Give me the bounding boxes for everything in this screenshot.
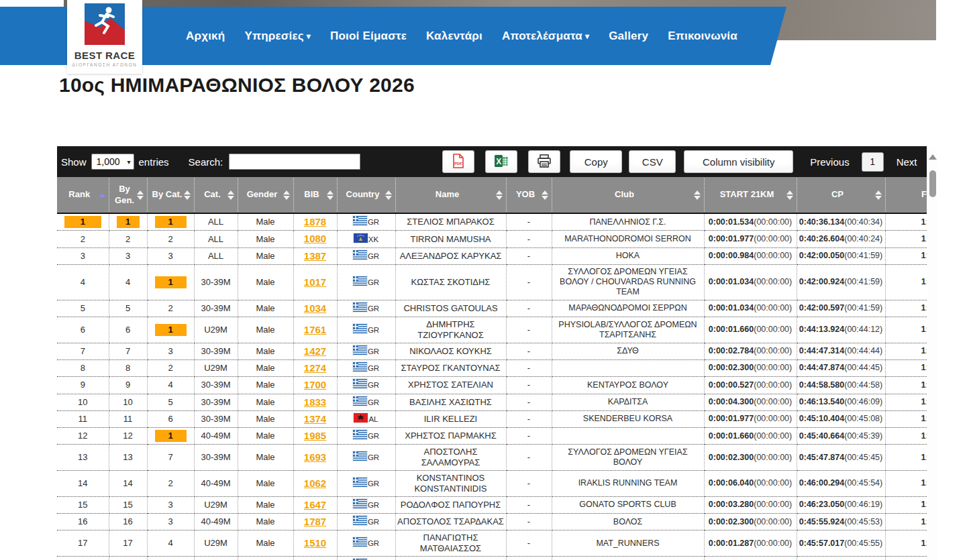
- cell-start-21km: 0:00:01.977(00:00:00): [704, 231, 797, 247]
- bib-link[interactable]: 1510: [304, 537, 326, 549]
- best-race-logo[interactable]: BEST RACE ΔΙΟΡΓΑΝΩΣΗ ΑΓΩΝΩΝ: [67, 0, 142, 74]
- cell-yob: -: [506, 359, 552, 376]
- cell-by-cat: 3: [147, 343, 194, 359]
- cell-yob: -: [506, 410, 552, 427]
- bib-link[interactable]: 1787: [304, 516, 326, 527]
- cell-finish: 1:11:12.6: [885, 231, 927, 247]
- bib-link[interactable]: 1700: [304, 379, 326, 390]
- results-table-widget: Show 1,000 ▾ entries Search: PDF X: [57, 146, 927, 560]
- nav-item[interactable]: Αποτελέσματα▾: [502, 30, 589, 43]
- col-header-name[interactable]: Name: [395, 177, 506, 213]
- cell-cp: 0:44:47.314(00:44:44): [797, 343, 885, 359]
- cell-yob: -: [506, 496, 552, 513]
- col-header-rank[interactable]: Rank: [57, 177, 109, 213]
- cell-name: ΧΡΗΣΤΟΣ ΠΑΡΜΑΚΗΣ: [395, 428, 506, 445]
- cell-club: PHYSIOLAB/ΣΥΛΛΟΓΟΣ ΔΡΟΜΕΩΝ ΤΣΑΡΙΤΣΑΝΗΣ: [552, 317, 704, 343]
- excel-export-button[interactable]: X: [485, 150, 517, 173]
- col-header-gender[interactable]: Gender: [238, 177, 293, 213]
- bib-link[interactable]: 1062: [304, 478, 326, 489]
- cell-country: GR: [337, 343, 395, 359]
- pagination-page-1[interactable]: 1: [862, 152, 884, 172]
- table-row: 18 18 4 40-49M Male 1853 GR ΔΗΜΗΤΡΙΟΣ ΜΑ…: [57, 557, 927, 560]
- cell-country: GR: [337, 377, 395, 394]
- bib-link[interactable]: 1985: [304, 430, 326, 441]
- nav-item[interactable]: Gallery: [609, 30, 648, 43]
- column-visibility-button[interactable]: Column visibility: [684, 150, 793, 173]
- col-header-club[interactable]: Club: [552, 177, 704, 213]
- cell-by-cat: 1: [147, 317, 194, 343]
- col-header-bib[interactable]: BIB: [293, 177, 337, 213]
- col-header-cp[interactable]: CP: [797, 177, 885, 213]
- search-input[interactable]: [229, 154, 360, 170]
- chevron-down-icon: ▾: [307, 32, 311, 41]
- col-header-by-gen[interactable]: By Gen.: [109, 177, 147, 213]
- race-results-page: { "colors": { "navbar_blue": "#1e73be", …: [0, 0, 969, 560]
- svg-text:PDF: PDF: [454, 162, 462, 166]
- cell-cp: 0:40:36.134(00:40:34): [797, 213, 885, 231]
- col-header-country[interactable]: Country: [337, 177, 395, 213]
- csv-button[interactable]: CSV: [629, 150, 676, 173]
- bib-link[interactable]: 1017: [304, 276, 326, 288]
- nav-item[interactable]: Αρχική: [186, 30, 225, 43]
- scrollbar-thumb[interactable]: [929, 170, 936, 197]
- bib-link[interactable]: 1693: [304, 451, 326, 463]
- table-row: 1 1 1 ALL Male 1878 GR ΣΤΕΛΙΟΣ ΜΠΑΡΑΚΟΣ …: [57, 213, 927, 231]
- bib-link[interactable]: 1761: [304, 324, 326, 335]
- cell-name: ΑΠΟΣΤΟΛΟΣ ΤΣΑΡΔΑΚΑΣ: [395, 514, 506, 530]
- cell-name: ΡΟΔΟΛΦΟΣ ΠΑΠΟΥΡΗΣ: [395, 496, 506, 513]
- bib-link[interactable]: 1878: [304, 216, 326, 227]
- nav-item[interactable]: Υπηρεσίες▾: [244, 30, 311, 43]
- cell-yob: -: [506, 300, 552, 317]
- cell-finish: 1:17:52.5: [885, 359, 927, 376]
- cell-country: GR: [337, 247, 395, 264]
- cell-country: GR: [337, 317, 395, 343]
- nav-item[interactable]: Επικοινωνία: [668, 30, 737, 43]
- cell-name: ΝΙΚΟΛΑΟΣ ΚΟΥΚΗΣ: [395, 343, 506, 359]
- cell-yob: -: [506, 264, 552, 300]
- bib-link[interactable]: 1374: [304, 413, 326, 425]
- sort-icon: [327, 190, 334, 200]
- cell-yob: -: [506, 428, 552, 445]
- pdf-export-button[interactable]: PDF: [442, 150, 474, 173]
- nav-item[interactable]: Ποιοί Είμαστε: [330, 30, 407, 43]
- bib-link[interactable]: 1427: [304, 345, 326, 357]
- pagination-previous[interactable]: Previous: [810, 156, 849, 168]
- cell-club: ΣΥΛΛΟΓΟΣ ΔΡΟΜΕΩΝ ΥΓΕΙΑΣ ΒΟΛΟΥ / CHOUVARD…: [552, 264, 704, 300]
- col-header-finish[interactable]: FINISH: [885, 177, 927, 213]
- table-row: 5 5 2 30-39M Male 1034 GR CHRISTOS GATOU…: [57, 300, 927, 317]
- cell-cat: 40-49M: [194, 557, 238, 560]
- table-row: 2 2 2 ALL Male 1080 XK TIRRON MAMUSHA - …: [57, 231, 927, 247]
- cell-cp: 0:45:57.017(00:45:55): [797, 530, 885, 557]
- cell-bib: 1761: [293, 317, 337, 343]
- cell-bib: 1274: [293, 359, 337, 376]
- col-header-by-cat[interactable]: By Cat.: [147, 177, 194, 213]
- scrollbar-up-arrow-icon[interactable]: [929, 154, 937, 160]
- cell-gender: Male: [238, 343, 293, 359]
- pagination-next[interactable]: Next: [897, 156, 917, 168]
- bib-link[interactable]: 1080: [304, 233, 326, 244]
- bib-link[interactable]: 1387: [304, 250, 326, 262]
- cell-country: XK: [337, 231, 395, 247]
- bib-link[interactable]: 1274: [304, 362, 326, 374]
- entries-select[interactable]: 1,000 ▾: [91, 154, 134, 170]
- col-header-start-21km[interactable]: START 21KM: [704, 177, 797, 213]
- bib-link[interactable]: 1034: [304, 302, 326, 314]
- cell-by-gen: 1: [109, 213, 147, 231]
- vertical-scrollbar[interactable]: [927, 149, 937, 560]
- col-header-yob[interactable]: YOB: [506, 177, 552, 213]
- print-button[interactable]: [528, 150, 560, 173]
- cell-yob: -: [506, 317, 552, 343]
- col-header-cat[interactable]: Cat.: [194, 177, 238, 213]
- cell-gender: Male: [238, 300, 293, 317]
- copy-button[interactable]: Copy: [570, 150, 622, 173]
- country-flag-icon: [353, 516, 367, 525]
- nav-item[interactable]: Καλεντάρι: [426, 30, 482, 43]
- cell-country: GR: [337, 359, 395, 376]
- table-row: 7 7 3 30-39M Male 1427 GR ΝΙΚΟΛΑΟΣ ΚΟΥΚΗ…: [57, 343, 927, 359]
- cell-start-21km: 0:00:06.040(00:00:00): [704, 471, 797, 497]
- bib-link[interactable]: 1833: [304, 396, 326, 408]
- cell-cat: 30-39M: [194, 264, 238, 300]
- cell-cat: U29M: [194, 530, 238, 557]
- cell-club: SKENDERBEU KORSA: [552, 410, 704, 427]
- bib-link[interactable]: 1647: [304, 499, 326, 510]
